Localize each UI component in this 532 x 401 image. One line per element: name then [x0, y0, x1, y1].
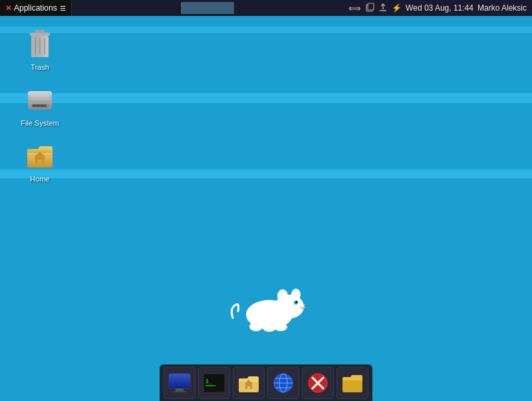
svg-point-25 [249, 322, 263, 331]
svg-rect-1 [368, 3, 374, 10]
bolt-icon: ⚡ [392, 3, 402, 13]
trash-icon-image [24, 29, 56, 61]
svg-point-18 [277, 289, 288, 303]
applications-menu[interactable]: ✕ Applications ☰ [0, 0, 72, 16]
dock-home-folder[interactable] [233, 367, 265, 399]
svg-point-22 [301, 307, 305, 309]
svg-point-27 [274, 323, 287, 331]
active-window-button[interactable] [181, 2, 234, 14]
desktop [0, 0, 532, 401]
datetime: Wed 03 Aug, 11:44 [406, 3, 473, 13]
system-icons: ⟺ ⚡ [348, 3, 402, 14]
svg-rect-9 [31, 36, 35, 57]
svg-rect-4 [35, 30, 45, 33]
svg-point-21 [296, 301, 298, 303]
dock-terminal[interactable]: $_ [198, 367, 230, 399]
svg-rect-12 [32, 104, 48, 107]
svg-rect-31 [173, 391, 186, 392]
x-logo: ✕ [5, 4, 11, 13]
dock-stop[interactable] [302, 367, 334, 399]
filesystem-label: File System [21, 119, 59, 127]
username: Marko Aleksic [477, 3, 527, 13]
svg-rect-14 [31, 94, 49, 100]
upload-icon [378, 3, 388, 14]
home-icon-item[interactable]: Home [13, 135, 66, 188]
dock-browser[interactable] [267, 367, 299, 399]
trash-icon-item[interactable]: Trash [13, 23, 66, 76]
menu-icon: ☰ [60, 5, 66, 12]
svg-point-13 [47, 104, 50, 108]
dock-desktop[interactable] [164, 367, 196, 399]
svg-rect-30 [176, 388, 184, 391]
taskbar-center [72, 2, 343, 14]
desktop-icons-container: Trash [13, 23, 66, 191]
svg-point-26 [263, 324, 276, 332]
copy-icon [365, 3, 374, 14]
applications-label: Applications [14, 3, 57, 13]
mouse-mascot [226, 281, 306, 334]
home-label: Home [30, 175, 49, 183]
filesystem-icon-image [24, 84, 56, 116]
filesystem-icon-item[interactable]: File System [13, 79, 66, 132]
trash-label: Trash [31, 63, 49, 71]
taskbar-right: ⟺ ⚡ Wed 03 Aug, 11:44 Marko Aleksic [343, 3, 532, 14]
svg-rect-29 [169, 374, 190, 388]
svg-text:$_: $_ [205, 378, 212, 384]
svg-point-19 [291, 289, 301, 301]
home-icon-image [24, 140, 56, 172]
arrows-icon: ⟺ [348, 3, 361, 13]
dock-files[interactable] [336, 367, 368, 399]
taskbar-top: ✕ Applications ☰ ⟺ ⚡ [0, 0, 532, 16]
dock-bottom: $_ [160, 364, 372, 401]
